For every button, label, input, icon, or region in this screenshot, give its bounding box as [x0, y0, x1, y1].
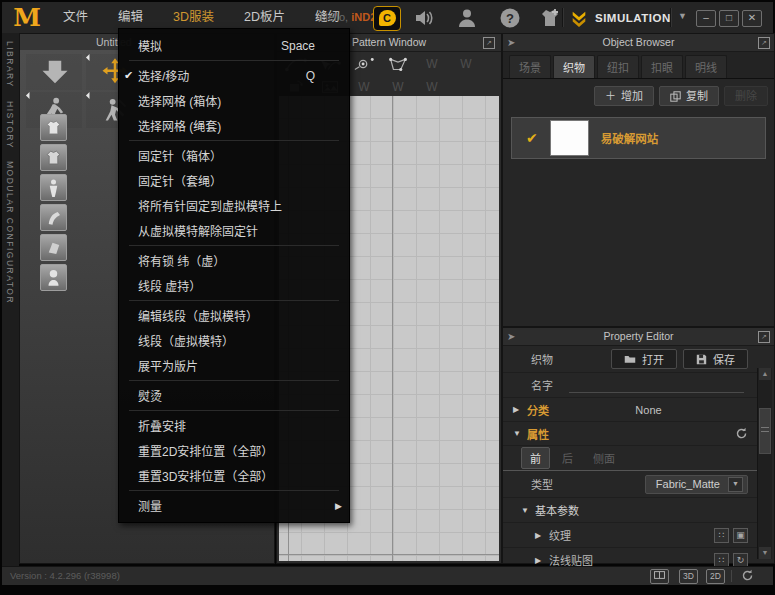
fabric-swatch[interactable] [550, 120, 589, 156]
panel-popout-icon[interactable]: ↗ [758, 37, 770, 49]
tab-history[interactable]: HISTORY [5, 101, 15, 149]
save-icon [696, 354, 707, 365]
menu-item-select-mesh-lasso[interactable]: 选择网格 (绳套) [119, 113, 349, 138]
library-item-garment-1[interactable] [40, 114, 67, 141]
simulation-control[interactable]: SIMULATION [570, 2, 671, 33]
menu-item-reset-3d-arrangement[interactable]: 重置3D安排位置（全部） [119, 463, 349, 488]
menu-item-steam[interactable]: 熨烫 [119, 383, 349, 408]
open-fabric-button[interactable]: 打开 [611, 349, 677, 369]
property-editor-titlebar: ➤ Property Editor ↗ [503, 328, 774, 346]
view-2d-button[interactable]: 2D [706, 569, 725, 584]
tab-topstitch[interactable]: 明线 [685, 55, 727, 78]
object-browser-titlebar: ➤ Object Browser ↗ [503, 34, 774, 52]
tab-button[interactable]: 纽扣 [597, 55, 639, 78]
library-item-fabric[interactable] [40, 234, 67, 261]
menu-item-garbled-1[interactable]: 将有锁 纬（虚） [119, 248, 349, 273]
speaker-icon[interactable] [412, 6, 436, 30]
library-item-avatar-1[interactable] [40, 174, 67, 201]
menu-item-edit-line-avatar[interactable]: 编辑线段（虚拟模特） [119, 303, 349, 328]
help-icon[interactable]: ? [498, 6, 522, 30]
texture-row[interactable]: ▶ 纹理 ∷ ▣ [503, 523, 758, 548]
side-tabs-row: 前 后 侧面 [503, 446, 758, 471]
copy-fabric-button[interactable]: 复制 [659, 86, 719, 106]
delete-fabric-button[interactable]: 删除 [724, 86, 768, 106]
framed-square-icon[interactable]: ▣ [733, 528, 748, 543]
app-logo: M [10, 3, 44, 33]
minimize-button[interactable]: – [696, 10, 716, 27]
fabric-list-item[interactable]: ✔ 易破解网站 [511, 117, 766, 159]
add-garment-icon[interactable] [538, 6, 562, 30]
menu-item-pin-all-to-avatar[interactable]: 将所有针固定到虚拟模特上 [119, 193, 349, 218]
menu-item-line-avatar[interactable]: 线段（虚拟模特） [119, 328, 349, 353]
statusbar-separator [731, 570, 732, 582]
library-item-garment-2[interactable] [40, 144, 67, 171]
simulate-tool-button[interactable] [26, 54, 82, 90]
menu-divider [129, 60, 339, 61]
fabric-name: 易破解网站 [601, 130, 659, 146]
panel-pin-icon[interactable]: ➤ [507, 37, 515, 48]
view-3d-button[interactable]: 3D [679, 569, 698, 584]
svg-text:?: ? [506, 11, 514, 26]
property-editor-panel: ➤ Property Editor ↗ 织物 打开 保存 名字 [502, 327, 775, 564]
scroll-down-icon[interactable]: ▼ [759, 547, 771, 559]
menu-item-simulate[interactable]: 模拟 Space [119, 33, 349, 58]
basic-params-row[interactable]: ▼ 基本参数 [503, 498, 758, 523]
menu-item-fold-arrangement[interactable]: 折叠安排 [119, 413, 349, 438]
refresh-icon[interactable] [735, 427, 748, 440]
close-button[interactable]: ✕ [742, 10, 762, 27]
material-type-dropdown[interactable]: Fabric_Matte ▼ [645, 475, 748, 494]
category-row[interactable]: ▶ 分类 None [503, 398, 758, 422]
menu-item-pin-lasso[interactable]: 固定针（套绳） [119, 168, 349, 193]
menu-item-pin-box[interactable]: 固定针（箱体） [119, 143, 349, 168]
version-text: Version : 4.2.296 (r38998) [10, 570, 120, 581]
menu-item-select-mesh-box[interactable]: 选择网格 (箱体) [119, 88, 349, 113]
simulation-dropdown-caret[interactable]: ▼ [678, 11, 687, 21]
add-fabric-button[interactable]: ＋ 增加 [594, 86, 654, 106]
scrollbar-thumb[interactable] [759, 408, 771, 454]
chevron-right-icon: ▶ [513, 405, 521, 414]
name-row: 名字 [503, 373, 758, 398]
menu-item-reset-2d-arrangement[interactable]: 重置2D安排位置（全部） [119, 438, 349, 463]
menu-item-measure[interactable]: 测量 ▶ [119, 493, 349, 518]
check-icon: ✔ [119, 69, 138, 82]
pattern-tool-icon[interactable]: W [383, 78, 413, 96]
tab-back[interactable]: 后 [554, 448, 581, 468]
reset-view-button[interactable] [741, 569, 754, 588]
category-label: 分类 [527, 402, 549, 418]
pattern-tool-icon[interactable]: W [451, 55, 481, 73]
add-point-tool-icon[interactable] [349, 55, 379, 73]
pattern-tool-icon[interactable]: W [349, 78, 379, 96]
scroll-up-icon[interactable]: ▲ [759, 368, 771, 380]
menu-item-select-move[interactable]: ✔ 选择/移动 Q [119, 63, 349, 88]
library-item-head[interactable] [40, 264, 67, 291]
name-input[interactable] [569, 378, 744, 393]
tab-buttonhole[interactable]: 扣眼 [641, 55, 683, 78]
texture-label: 纹理 [549, 527, 571, 543]
property-section-row[interactable]: ▼ 属性 [503, 422, 758, 446]
menu-item-flatten-as-pattern[interactable]: 展平为版片 [119, 353, 349, 378]
library-item-arm[interactable] [40, 204, 67, 231]
menu-item-garbled-2[interactable]: 线段 虚持） [119, 273, 349, 298]
tab-front[interactable]: 前 [521, 447, 550, 469]
tab-fabric[interactable]: 织物 [553, 55, 595, 78]
tab-scene[interactable]: 场景 [509, 55, 551, 78]
tab-side[interactable]: 侧面 [585, 448, 623, 468]
polygon-tool-icon[interactable] [383, 55, 413, 73]
panel-pin-icon[interactable]: ➤ [507, 331, 515, 342]
tab-modular-configurator[interactable]: MODULAR CONFIGURATOR [5, 161, 15, 304]
maximize-button[interactable]: □ [719, 10, 739, 27]
user-icon[interactable] [455, 6, 479, 30]
pattern-tool-icon[interactable]: W [417, 55, 447, 73]
toolbar-separator [670, 8, 672, 27]
split-view-button[interactable] [650, 569, 669, 584]
panel-popout-icon[interactable]: ↗ [758, 331, 770, 343]
tab-library[interactable]: LIBRARY [5, 41, 15, 88]
grid-dots-icon[interactable]: ∷ [714, 528, 729, 543]
save-fabric-button[interactable]: 保存 [683, 349, 748, 369]
pattern-tool-icon[interactable]: W [417, 78, 447, 96]
property-editor-scrollbar[interactable]: ▲ ▼ [757, 368, 772, 559]
pattern-popout-icon[interactable]: ↗ [483, 37, 495, 49]
clo-logo-icon[interactable]: C [373, 6, 401, 31]
menu-item-unpin-from-avatar[interactable]: 从虚拟模特解除固定针 [119, 218, 349, 243]
menu-file[interactable]: 文件 [50, 2, 101, 33]
